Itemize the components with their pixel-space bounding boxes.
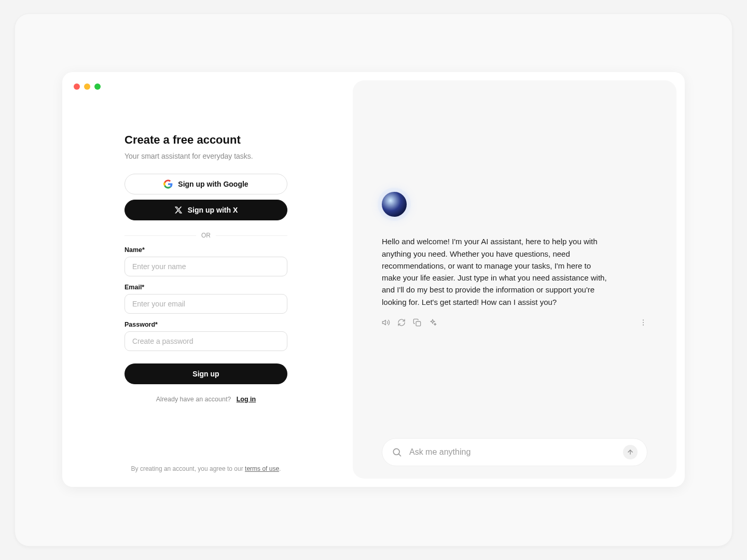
login-prompt: Already have an account?: [156, 396, 231, 403]
chat-body: Hello and welcome! I'm your AI assistant…: [382, 80, 647, 438]
name-label: Name*: [125, 246, 311, 254]
legal-text: By creating an account, you agree to our…: [125, 465, 287, 472]
maximize-window-button[interactable]: [94, 83, 101, 90]
arrow-up-icon: [627, 449, 634, 456]
svg-marker-0: [382, 320, 385, 325]
svg-point-4: [643, 324, 644, 325]
page-title: Create a free account: [125, 133, 311, 147]
chat-input[interactable]: [409, 447, 616, 457]
terms-link[interactable]: terms of use: [245, 465, 279, 472]
app-window: Create a free account Your smart assista…: [62, 72, 685, 487]
or-divider-label: OR: [196, 232, 216, 239]
login-row: Already have an account? Log in: [125, 396, 287, 403]
more-icon[interactable]: [639, 318, 647, 327]
name-input[interactable]: [125, 257, 287, 276]
svg-point-5: [393, 449, 399, 455]
or-divider: OR: [125, 232, 287, 239]
svg-point-2: [643, 319, 644, 320]
copy-icon[interactable]: [413, 318, 421, 327]
sparkle-icon[interactable]: [428, 318, 437, 327]
signup-button[interactable]: Sign up: [125, 363, 287, 384]
page-stage: Create a free account Your smart assista…: [15, 13, 732, 547]
legal-suffix: .: [279, 465, 281, 472]
svg-line-6: [399, 454, 401, 456]
signup-panel: Create a free account Your smart assista…: [62, 72, 353, 487]
close-window-button[interactable]: [74, 83, 80, 90]
legal-prefix: By creating an account, you agree to our: [131, 465, 245, 472]
chat-panel: Hello and welcome! I'm your AI assistant…: [353, 80, 676, 479]
google-icon: [163, 179, 173, 189]
signup-x-label: Sign up with X: [188, 206, 238, 214]
ai-welcome-message: Hello and welcome! I'm your AI assistant…: [382, 235, 610, 308]
signup-x-button[interactable]: Sign up with X: [125, 200, 287, 220]
svg-rect-1: [416, 321, 421, 326]
chat-input-bar: [382, 438, 647, 466]
signup-google-label: Sign up with Google: [178, 180, 248, 188]
search-icon: [392, 447, 402, 457]
refresh-icon[interactable]: [397, 318, 406, 327]
message-toolbar: [382, 318, 647, 327]
email-label: Email*: [125, 284, 311, 291]
ai-avatar-icon: [382, 192, 407, 217]
login-link[interactable]: Log in: [237, 396, 256, 403]
send-button[interactable]: [623, 445, 638, 459]
password-label: Password*: [125, 321, 311, 328]
signup-google-button[interactable]: Sign up with Google: [125, 174, 287, 194]
minimize-window-button[interactable]: [84, 83, 90, 90]
x-icon: [174, 206, 183, 214]
window-controls: [74, 83, 101, 90]
email-input[interactable]: [125, 294, 287, 314]
svg-point-3: [643, 322, 644, 323]
speaker-icon[interactable]: [382, 318, 390, 327]
page-subtitle: Your smart assistant for everyday tasks.: [125, 152, 311, 160]
password-input[interactable]: [125, 331, 287, 351]
